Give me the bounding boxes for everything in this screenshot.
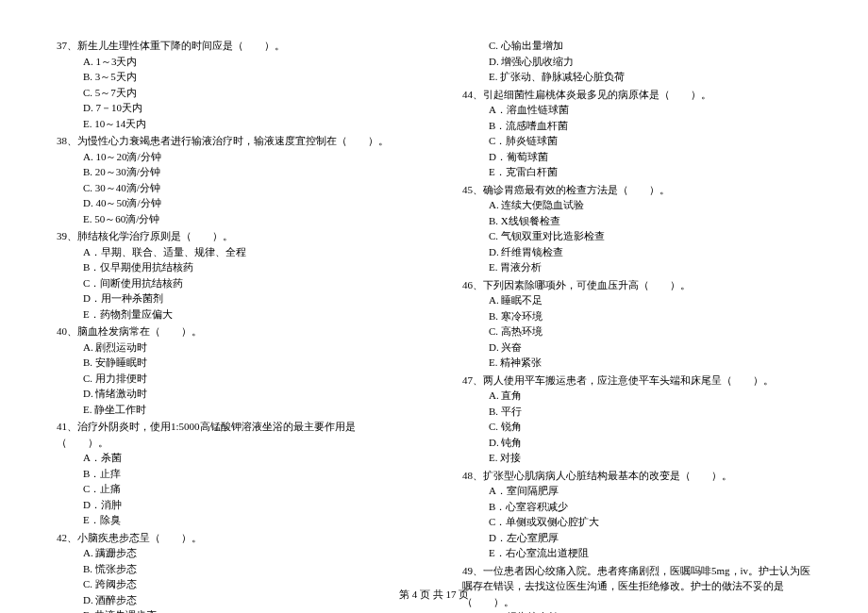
option-item: E. 扩张动、静脉减轻心脏负荷 <box>489 69 811 85</box>
option-item: B. 安静睡眠时 <box>83 355 406 371</box>
option-item: B. 20～30滴/分钟 <box>83 164 406 180</box>
question-block: 44、引起细菌性扁桃体炎最多见的病原体是（ ）。A．溶血性链球菌B．流感嗜血杆菌… <box>462 87 811 180</box>
question-stem: 44、引起细菌性扁桃体炎最多见的病原体是（ ）。 <box>462 87 811 103</box>
option-item: A. 1～3天内 <box>83 54 406 70</box>
question-block: 38、为慢性心力衰竭患者进行输液治疗时，输液速度宜控制在（ ）。A. 10～20… <box>57 133 406 226</box>
option-item: A. 剧烈运动时 <box>83 340 406 356</box>
option-item: E. 对接 <box>489 450 811 466</box>
option-item: C. 心输出量增加 <box>489 38 811 54</box>
option-item: C．止痛 <box>83 481 406 497</box>
question-block: 47、两人使用平车搬运患者，应注意使平车头端和床尾呈（ ）。A. 直角B. 平行… <box>462 373 811 466</box>
option-item: B. 平行 <box>489 404 811 420</box>
option-item: D．消肿 <box>83 497 406 513</box>
options-group: A. 10～20滴/分钟B. 20～30滴/分钟C. 30～40滴/分钟D. 4… <box>57 149 406 227</box>
option-item: C. 高热环境 <box>489 323 811 340</box>
question-stem: 40、脑血栓发病常在（ ）。 <box>57 323 406 340</box>
option-item: B. X线钡餐检查 <box>489 213 811 229</box>
question-block: 46、下列因素除哪项外，可使血压升高（ ）。A. 睡眠不足B. 寒冷环境C. 高… <box>462 277 811 371</box>
option-item: D. 钝角 <box>489 435 811 451</box>
options-group: A．报告护士长B．报告给上级医生C．按医嘱执行D．暂缓执行医嘱 <box>462 609 811 613</box>
question-stem: 49、一位患者因心绞痛入院。患者疼痛剧烈，医嘱吗啡5mg，iv。护士认为医嘱存在… <box>462 563 811 610</box>
option-item: A．溶血性链球菌 <box>489 102 811 118</box>
question-block: 41、治疗外阴炎时，使用1:5000高锰酸钾溶液坐浴的最主要作用是（ ）。A．杀… <box>57 419 406 528</box>
option-item: B．心室容积减少 <box>489 499 811 515</box>
options-group: A．室间隔肥厚B．心室容积减少C．单侧或双侧心腔扩大D．左心室肥厚E．右心室流出… <box>462 483 811 561</box>
option-item: A．室间隔肥厚 <box>489 483 811 499</box>
option-item: C. 30～40滴/分钟 <box>83 180 406 196</box>
option-item: D. 增强心肌收缩力 <box>489 54 811 70</box>
option-item: B. 3～5天内 <box>83 69 406 85</box>
option-item: D．葡萄球菌 <box>489 149 811 165</box>
option-item: C．肺炎链球菌 <box>489 133 811 149</box>
option-item: E．克雷白杆菌 <box>489 164 811 180</box>
option-item: D. 40～50滴/分钟 <box>83 195 406 211</box>
options-group: A．杀菌B．止痒C．止痛D．消肿E．除臭 <box>57 450 406 528</box>
option-item: D．用一种杀菌剂 <box>83 290 406 306</box>
option-item: D．左心室肥厚 <box>489 530 811 546</box>
option-item: E. 胃液分析 <box>489 259 811 275</box>
options-group: A. 蹒跚步态B. 慌张步态C. 跨阈步态D. 酒醉步态E. 共济失调步态 <box>57 545 406 613</box>
option-item: E. 精神紧张 <box>489 355 811 371</box>
option-item: E．药物剂量应偏大 <box>83 306 406 323</box>
question-block: 48、扩张型心肌病病人心脏结构最基本的改变是（ ）。A．室间隔肥厚B．心室容积减… <box>462 468 811 561</box>
option-item: E. 共济失调步态 <box>83 607 406 613</box>
options-group: A. 连续大便隐血试验B. X线钡餐检查C. 气钡双重对比造影检查D. 纤维胃镜… <box>462 197 811 275</box>
option-item: A．报告护士长 <box>489 609 811 613</box>
option-item: D. 7－10天内 <box>83 100 406 116</box>
page-footer: 第 4 页 共 17 页 <box>0 588 868 602</box>
option-item: A. 蹒跚步态 <box>83 545 406 561</box>
question-stem: 45、确诊胃癌最有效的检查方法是（ ）。 <box>462 182 811 198</box>
option-item: B．仅早期使用抗结核药 <box>83 259 406 275</box>
option-item: B．止痒 <box>83 466 406 482</box>
question-stem: 46、下列因素除哪项外，可使血压升高（ ）。 <box>462 277 811 293</box>
question-block: 39、肺结核化学治疗原则是（ ）。A．早期、联合、适量、规律、全程B．仅早期使用… <box>57 228 406 322</box>
option-item: E．右心室流出道梗阻 <box>489 545 811 561</box>
question-block: C. 心输出量增加D. 增强心肌收缩力E. 扩张动、静脉减轻心脏负荷 <box>462 38 811 85</box>
option-item: D. 情绪激动时 <box>83 386 406 402</box>
question-block: 37、新生儿生理性体重下降的时间应是（ ）。A. 1～3天内B. 3～5天内C.… <box>57 38 406 131</box>
question-stem: 38、为慢性心力衰竭患者进行输液治疗时，输液速度宜控制在（ ）。 <box>57 133 406 149</box>
option-item: C. 气钡双重对比造影检查 <box>489 228 811 244</box>
option-item: C．单侧或双侧心腔扩大 <box>489 514 811 530</box>
options-group: A. 睡眠不足B. 寒冷环境C. 高热环境D. 兴奋E. 精神紧张 <box>462 292 811 371</box>
options-group: A．溶血性链球菌B．流感嗜血杆菌C．肺炎链球菌D．葡萄球菌E．克雷白杆菌 <box>462 102 811 180</box>
question-stem: 47、两人使用平车搬运患者，应注意使平车头端和床尾呈（ ）。 <box>462 373 811 389</box>
option-item: C. 用力排便时 <box>83 371 406 387</box>
option-item: C. 5～7天内 <box>83 85 406 101</box>
option-item: B. 寒冷环境 <box>489 308 811 324</box>
question-stem: 48、扩张型心肌病病人心脏结构最基本的改变是（ ）。 <box>462 468 811 484</box>
options-group: A. 剧烈运动时B. 安静睡眠时C. 用力排便时D. 情绪激动时E. 静坐工作时 <box>57 340 406 418</box>
option-item: C．间断使用抗结核药 <box>83 275 406 291</box>
option-item: A. 10～20滴/分钟 <box>83 149 406 165</box>
options-group: C. 心输出量增加D. 增强心肌收缩力E. 扩张动、静脉减轻心脏负荷 <box>462 38 811 85</box>
option-item: A．早期、联合、适量、规律、全程 <box>83 244 406 260</box>
option-item: C. 锐角 <box>489 419 811 435</box>
options-group: A. 1～3天内B. 3～5天内C. 5～7天内D. 7－10天内E. 10～1… <box>57 54 406 132</box>
option-item: E. 静坐工作时 <box>83 402 406 418</box>
option-item: B．流感嗜血杆菌 <box>489 118 811 134</box>
option-item: A. 连续大便隐血试验 <box>489 197 811 213</box>
option-item: A. 直角 <box>489 388 811 404</box>
option-item: E. 50～60滴/分钟 <box>83 211 406 227</box>
option-item: B. 慌张步态 <box>83 561 406 577</box>
question-stem: 42、小脑疾患步态呈（ ）。 <box>57 530 406 546</box>
option-item: A．杀菌 <box>83 450 406 466</box>
question-stem: 41、治疗外阴炎时，使用1:5000高锰酸钾溶液坐浴的最主要作用是（ ）。 <box>57 419 406 450</box>
options-group: A．早期、联合、适量、规律、全程B．仅早期使用抗结核药C．间断使用抗结核药D．用… <box>57 244 406 323</box>
option-item: A. 睡眠不足 <box>489 292 811 308</box>
option-item: D. 兴奋 <box>489 340 811 356</box>
option-item: D. 纤维胃镜检查 <box>489 244 811 260</box>
question-stem: 39、肺结核化学治疗原则是（ ）。 <box>57 228 406 244</box>
question-block: 45、确诊胃癌最有效的检查方法是（ ）。A. 连续大便隐血试验B. X线钡餐检查… <box>462 182 811 275</box>
question-block: 40、脑血栓发病常在（ ）。A. 剧烈运动时B. 安静睡眠时C. 用力排便时D.… <box>57 323 406 417</box>
options-group: A. 直角B. 平行C. 锐角D. 钝角E. 对接 <box>462 388 811 466</box>
option-item: E. 10～14天内 <box>83 116 406 132</box>
question-stem: 37、新生儿生理性体重下降的时间应是（ ）。 <box>57 38 406 54</box>
option-item: E．除臭 <box>83 512 406 528</box>
